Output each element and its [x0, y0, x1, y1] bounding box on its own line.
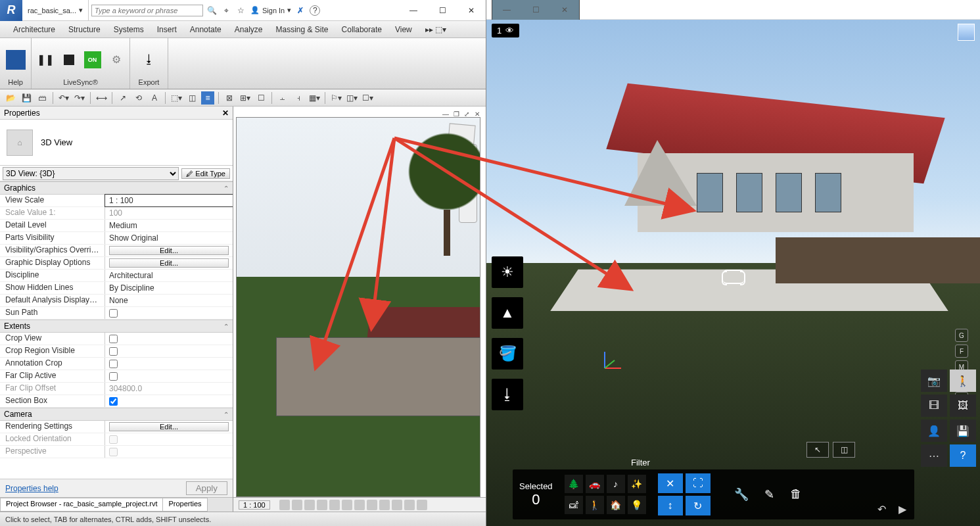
view-canvas[interactable] — [236, 117, 480, 497]
trash-icon[interactable]: 🗑 — [790, 487, 802, 502]
vc-icon[interactable] — [367, 500, 377, 510]
3d-icon[interactable]: ⬚▾ — [170, 91, 183, 105]
filter-people-icon[interactable]: 🚶 — [586, 496, 604, 514]
render-icon[interactable]: ◫▾ — [345, 91, 358, 105]
maximize-button[interactable]: ☐ — [428, 0, 457, 21]
tile-icon[interactable]: ▦▾ — [308, 91, 321, 105]
filter-transport-icon[interactable]: 🚗 — [586, 475, 604, 493]
tab-architecture[interactable]: Architecture — [7, 21, 62, 37]
far-clip-active-checkbox[interactable] — [109, 372, 118, 381]
val-show-hidden[interactable]: By Discipline — [105, 282, 233, 294]
tab-view[interactable]: View — [388, 21, 419, 37]
val-view-scale[interactable]: 1 : 100 — [105, 195, 233, 206]
help-search-input[interactable] — [91, 5, 203, 16]
save-scene-button[interactable]: 💾 — [950, 419, 976, 442]
measure-icon[interactable]: ⟷ — [95, 91, 108, 105]
val-default-analysis[interactable]: None — [105, 295, 233, 306]
tab-properties[interactable]: Properties — [162, 498, 207, 512]
landscape-mode-button[interactable]: ▲ — [492, 297, 523, 329]
edit-icon[interactable]: ✎ — [764, 487, 774, 502]
tab-insert[interactable]: Insert — [151, 21, 183, 37]
thin-lines-icon[interactable]: ≡ — [201, 91, 214, 105]
properties-help-link[interactable]: Properties help — [5, 484, 58, 493]
val-discipline[interactable]: Architectural — [105, 270, 233, 281]
open-icon[interactable]: 📂 — [4, 91, 17, 105]
photo-mode-button[interactable]: 📷 — [921, 370, 947, 392]
filter-sound-icon[interactable]: ♪ — [607, 475, 625, 493]
rotate-button[interactable]: ↻ — [686, 496, 711, 515]
save-icon[interactable]: 💾 — [20, 91, 33, 105]
vc-icon[interactable] — [304, 500, 315, 510]
tab-project-browser[interactable]: Project Browser - rac_basic_sample_proje… — [0, 498, 163, 512]
marquee-select-button[interactable]: ◫ — [833, 442, 855, 458]
livesync-pause-button[interactable]: ❚❚ — [37, 51, 54, 68]
graphic-display-button[interactable]: Edit... — [109, 258, 229, 268]
tab-overflow[interactable]: ▸▸ ⬚▾ — [419, 21, 453, 37]
switch-windows-icon[interactable]: ⊞▾ — [239, 91, 252, 105]
filter-nature-icon[interactable]: 🌲 — [565, 475, 583, 493]
vc-icon[interactable] — [354, 500, 365, 510]
weather-mode-button[interactable]: ☀ — [492, 256, 523, 288]
vc-icon[interactable] — [404, 500, 415, 510]
lumion-maximize-button[interactable]: ☐ — [521, 0, 550, 20]
livesync-settings-button[interactable]: ⚙ — [108, 51, 125, 68]
group-extents[interactable]: Extents⌃ — [0, 320, 233, 333]
type-selector[interactable]: 3D View: {3D} — [3, 167, 179, 180]
tab-analyze[interactable]: Analyze — [228, 21, 269, 37]
panorama-mode-button[interactable]: 🖼 — [950, 394, 976, 417]
star-icon[interactable]: ☆ — [236, 5, 246, 16]
manage-icon[interactable]: ⚐▾ — [329, 91, 342, 105]
lumion-viewport[interactable]: 1 👁 ☀ ▲ 🪣 ⭳ G F M N O — [486, 20, 980, 526]
vc-icon[interactable] — [292, 500, 302, 510]
tab-systems[interactable]: Systems — [107, 21, 151, 37]
close-hidden-icon[interactable]: ⊠ — [223, 91, 236, 105]
filter-lights-icon[interactable]: 💡 — [628, 496, 646, 514]
crop-view-checkbox[interactable] — [109, 335, 118, 343]
annotation-crop-checkbox[interactable] — [109, 360, 118, 368]
view-scale-label[interactable]: 1 : 100 — [239, 500, 270, 510]
lumion-minimize-button[interactable]: — — [492, 0, 521, 20]
filter-effects-icon[interactable]: ✨ — [628, 475, 646, 493]
align-left-icon[interactable]: ⫠ — [276, 91, 289, 105]
keys-icon[interactable]: ⌖ — [222, 5, 232, 16]
filter-outdoor-icon[interactable]: 🏠 — [607, 496, 625, 514]
edit-type-button[interactable]: 🖉 Edit Type — [181, 168, 230, 179]
scale-button[interactable]: ⛶ — [686, 473, 711, 493]
align-right-icon[interactable]: ⫞ — [292, 91, 305, 105]
undo-icon[interactable]: ↶▾ — [57, 91, 70, 105]
lumion-close-button[interactable]: ✕ — [550, 0, 579, 20]
layer-visibility-badge[interactable]: 1 👁 — [492, 24, 519, 37]
sun-path-checkbox[interactable] — [109, 309, 118, 318]
more-icon[interactable]: ☐▾ — [361, 91, 374, 105]
key-g[interactable]: G — [955, 329, 968, 342]
properties-close-icon[interactable]: ✕ — [222, 108, 229, 118]
vc-icon[interactable] — [279, 500, 290, 510]
vc-icon[interactable] — [417, 500, 427, 510]
section-icon[interactable]: ◫ — [185, 91, 198, 105]
cursor-select-button[interactable]: ↖ — [806, 442, 829, 458]
group-graphics[interactable]: Graphics⌃ — [0, 181, 233, 195]
align-icon[interactable]: ↗ — [116, 91, 129, 105]
tab-annotate[interactable]: Annotate — [183, 21, 228, 37]
materials-mode-button[interactable]: 🪣 — [492, 338, 523, 370]
key-f[interactable]: F — [955, 345, 968, 358]
material-preview-chip[interactable] — [958, 24, 975, 41]
height-button[interactable]: ↕ — [658, 496, 683, 515]
rendering-button[interactable]: Edit... — [109, 422, 229, 431]
document-tab[interactable]: rac_basic_sa... ▾ — [22, 0, 89, 20]
type-card[interactable]: ⌂ 3D View — [0, 120, 233, 166]
exchange-icon[interactable]: ✗ — [295, 5, 306, 16]
settings-mode-button[interactable]: ⋯ — [921, 444, 947, 467]
move-button[interactable]: ✕ — [658, 473, 683, 493]
sync-icon[interactable]: 🗃 — [35, 91, 49, 105]
vc-icon[interactable] — [392, 500, 402, 510]
window-icon[interactable]: ☐ — [254, 91, 268, 105]
vg-overrides-button[interactable]: Edit... — [109, 246, 229, 255]
apply-button[interactable]: Apply — [186, 481, 227, 495]
group-camera[interactable]: Camera⌃ — [0, 408, 233, 421]
tab-collaborate[interactable]: Collaborate — [335, 21, 388, 37]
section-box-checkbox[interactable] — [109, 397, 118, 406]
help-icon[interactable]: ? — [310, 5, 320, 16]
val-detail-level[interactable]: Medium — [105, 220, 233, 231]
build-mode-button[interactable]: 🚶 — [950, 370, 976, 392]
